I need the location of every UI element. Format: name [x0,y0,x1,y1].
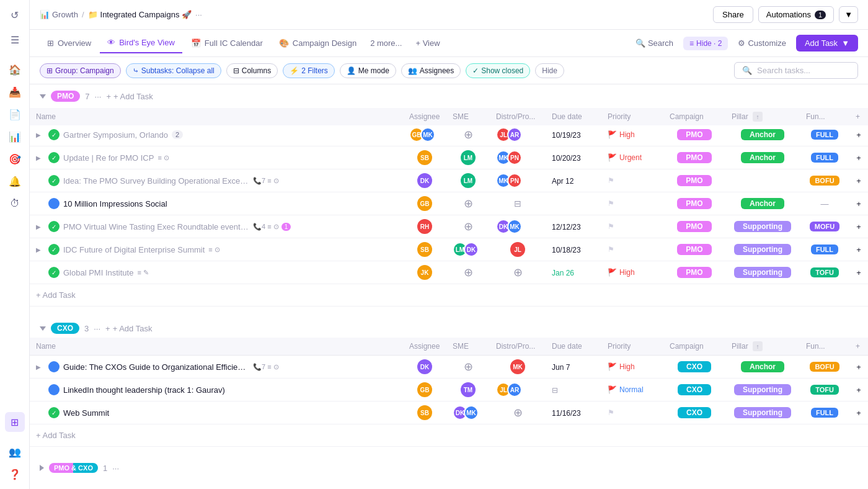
expand-icon-6[interactable]: ▶ [36,246,45,253]
nav-goals-icon[interactable]: 🎯 [5,149,25,169]
filter-me-mode[interactable]: 👤 Me mode [340,63,396,78]
nav-refresh-icon[interactable]: ↺ [5,5,25,25]
row-plus-1[interactable]: + [849,123,868,146]
tab-campaign-design[interactable]: 🎨 Campaign Design [272,34,364,53]
left-nav: ↺ ☰ 🏠 📥 📄 📊 🎯 🔔 ⏱ ⊞ 👥 ❓ [0,0,30,489]
sme-placeholder-4[interactable]: ⊕ [464,197,473,210]
row-plus-4[interactable]: + [849,192,868,215]
search-tasks-input[interactable]: 🔍 Search tasks... [734,62,858,79]
sme-placeholder-5[interactable]: ⊕ [464,220,473,233]
expand-icon-8[interactable]: ▶ [36,364,45,370]
priority-cell-3: ⚑ [601,169,663,192]
plus-icon: + [106,92,111,101]
cxo-col-header-plus[interactable]: + [849,338,868,356]
cxo-add-task[interactable]: + + Add Task [105,324,152,333]
row-plus-3[interactable]: + [849,169,868,192]
pmocxo-collapse-icon[interactable] [40,465,44,471]
breadcrumb-integrated-campaigns[interactable]: 📁 Integrated Campaigns 🚀 [88,10,192,19]
pillar-sort-icon[interactable]: ↑ [753,112,763,122]
task-name-text-6[interactable]: IDC Future of Digital Enterprise Summit [63,245,205,254]
filter-show-closed[interactable]: ✓ Show closed [466,63,530,78]
nav-help-icon[interactable]: ❓ [5,464,25,484]
row-plus-10[interactable]: + [849,402,868,424]
row-plus-9[interactable]: + [849,379,868,402]
cxo-collapse-icon[interactable] [40,326,46,331]
task-name-text-10[interactable]: Web Summit [63,408,109,418]
nav-chart-icon[interactable]: 📊 [5,127,25,146]
filter-columns[interactable]: ⊟ Columns [226,63,278,78]
expand-icon-5[interactable]: ▶ [36,223,45,230]
tab-full-ic-calendar[interactable]: 📅 Full IC Calendar [184,34,270,53]
assignee-cell-5: RH [403,215,446,238]
distro-placeholder-10[interactable]: ⊕ [513,406,523,419]
automations-button[interactable]: Automations 1 [758,6,834,23]
table-row: ▶ ✓ Web Summit SB DK MK [30,402,868,424]
sme-placeholder-1[interactable]: ⊕ [464,128,473,141]
table-row: ▶ ✓ PMO Virtual Wine Tasting Exec Roundt… [30,215,868,238]
filter-group-campaign[interactable]: ⊞ Group: Campaign [40,63,121,78]
expand-icon-1[interactable]: ▶ [36,132,45,138]
cxo-pillar-sort-icon[interactable]: ↑ [753,341,763,351]
task-name-text-7[interactable]: Global PMI Institute [63,268,133,277]
col-header-priority: Priority [601,108,663,126]
campaign-badge-1: PMO [677,129,711,140]
group-cxo-header: CXO 3 ··· + + Add Task [30,316,868,338]
nav-sidebar-icon[interactable]: ☰ [5,30,25,50]
status-icon-9 [48,384,60,395]
pillar-cell-6: Supporting [725,238,800,261]
sme-placeholder-7[interactable]: ⊕ [464,266,473,279]
row-plus-8[interactable]: + [849,356,868,379]
distro-placeholder-4[interactable]: ⊟ [514,199,521,209]
nav-home-icon[interactable]: 🏠 [5,60,25,79]
cxo-dots[interactable]: ··· [94,324,100,333]
pmo-collapse-icon[interactable] [40,94,46,99]
pmo-dots[interactable]: ··· [95,92,102,101]
pmo-add-task-inline-btn[interactable]: + Add Task [36,288,862,302]
hide-columns-button[interactable]: ≡ Hide · 2 [683,37,728,50]
task-name-text-4[interactable]: 10 Million Impressions Social [63,199,167,209]
filter-assignees[interactable]: 👥 Assignees [401,63,461,78]
task-name-text-9[interactable]: LinkedIn thought leadership (track 1: Ga… [63,385,225,395]
tab-overview[interactable]: ⊞ Overview [40,34,99,53]
task-name-text-3[interactable]: Idea: The PMO Survey Building Operationa… [63,176,249,186]
filter-subtasks[interactable]: ⤷ Subtasks: Collapse all [126,63,221,78]
sme-cell-4: ⊕ [446,192,490,215]
nav-users-icon[interactable]: 👥 [5,442,25,462]
add-task-button[interactable]: Add Task ▼ [796,35,858,52]
expand-icon-2[interactable]: ▶ [36,155,45,161]
tab-more[interactable]: 2 more... [365,34,407,53]
task-name-text-1[interactable]: Gartner Symposium, Orlando [63,130,168,140]
pmo-add-task[interactable]: + + Add Task [106,92,153,101]
campaign-badge-4: PMO [677,198,711,209]
nav-bell-icon[interactable]: 🔔 [5,171,25,191]
breadcrumb-more-dots[interactable]: ··· [195,10,202,19]
task-name-text-2[interactable]: Update | Re for PMO ICP [63,153,154,163]
cxo-col-header-name: Name [30,338,403,356]
customize-button[interactable]: ⚙ Customize [733,36,790,50]
share-button[interactable]: Share [713,6,753,23]
filter-hide[interactable]: Hide [535,63,564,78]
distro-placeholder-7[interactable]: ⊕ [513,266,523,279]
topbar-chevron-button[interactable]: ▼ [839,6,858,23]
row-plus-2[interactable]: + [849,146,868,169]
pmocxo-dots[interactable]: ··· [112,464,119,473]
task-name-text-8[interactable]: Guide: The CXOs Guide to Organizational … [63,362,249,372]
row-plus-5[interactable]: + [849,215,868,238]
distro-avatar-8: MK [510,359,525,374]
campaign-cell-8: CXO [663,356,725,379]
task-name-text-5[interactable]: PMO Virtual Wine Tasting Exec Roundtable… [63,222,249,231]
nav-watch-icon[interactable]: ⏱ [5,194,25,213]
nav-grid-icon[interactable]: ⊞ [5,412,25,432]
nav-inbox-icon[interactable]: 📥 [5,82,25,102]
breadcrumb-growth[interactable]: 📊 Growth [40,10,78,19]
row-plus-6[interactable]: + [849,238,868,261]
tab-add-view[interactable]: + View [408,34,447,53]
tab-birds-eye[interactable]: 👁 Bird's Eye View [100,33,182,53]
nav-docs-icon[interactable]: 📄 [5,104,25,124]
row-plus-7[interactable]: + [849,261,868,284]
cxo-add-task-inline-btn[interactable]: + Add Task [36,428,862,442]
col-header-plus[interactable]: + [849,108,868,126]
search-tab-button[interactable]: 🔍 Search [631,36,678,50]
filter-2-filters[interactable]: ⚡ 2 Filters [283,63,335,78]
sme-placeholder-8[interactable]: ⊕ [464,361,473,373]
